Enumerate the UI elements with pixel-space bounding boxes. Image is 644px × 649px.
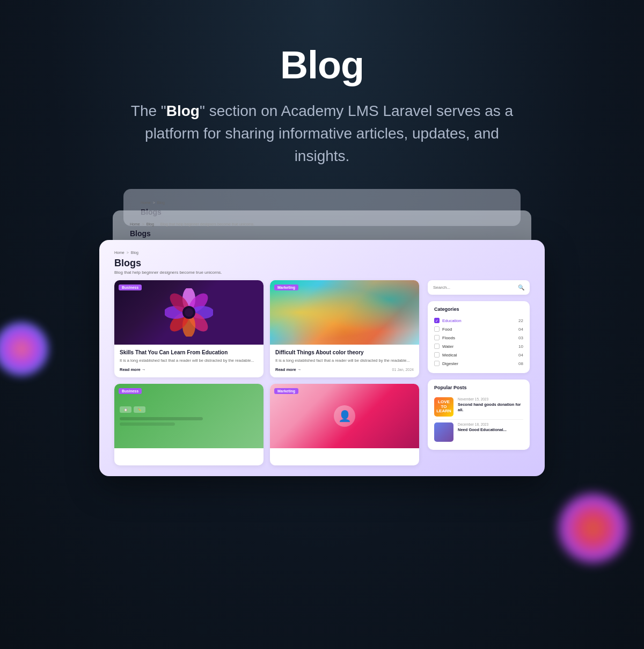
blog-cards-grid: Business Skills That You Can Learn From … <box>114 280 419 465</box>
card-1-body: Skills That You Can Learn From Education… <box>114 345 264 377</box>
flower-illustration <box>165 288 213 337</box>
card-1-image: Business <box>114 280 264 345</box>
popular-post-2-content: December 18, 2023 Need Good Educational.… <box>458 422 523 433</box>
person-avatar: 👤 <box>334 405 355 427</box>
search-icon: 🔍 <box>518 285 524 290</box>
card-2-footer: Read more → 01 Jan, 2024 <box>275 367 414 372</box>
blog-content-area: Business Skills That You Can Learn From … <box>114 280 530 465</box>
category-checkbox-education[interactable] <box>434 318 440 323</box>
back2-breadcrumb: Home > Blog <box>141 201 503 205</box>
hero-description: The "Blog" section on Academy LMS Larave… <box>118 100 526 167</box>
card-1-excerpt: It is a long established fact that a rea… <box>120 358 258 364</box>
category-name-digester: Digester <box>442 361 458 366</box>
breadcrumb-separator: > <box>127 251 129 254</box>
category-count-water: 10 <box>518 344 523 349</box>
card-3-title <box>120 453 258 458</box>
category-item-medical[interactable]: Medical 04 <box>434 351 523 359</box>
back-mockup-1-content: Home > Blog Blog that help beginner desi… <box>123 218 521 242</box>
category-count-food: 04 <box>518 327 523 332</box>
blog-card-4: 👤 Marketing <box>270 384 419 465</box>
card-4-title <box>275 453 414 458</box>
green-chip-1: 📋 <box>120 406 131 413</box>
back2-home: Home <box>141 201 151 205</box>
card-3-body <box>114 448 264 465</box>
breadcrumb-home: Home <box>114 251 125 254</box>
popular-post-1-thumb: LOVE TO LEARN <box>434 397 453 417</box>
category-checkbox-food[interactable] <box>434 326 440 332</box>
blog-sidebar: 🔍 Categories Education 22 <box>428 280 530 465</box>
popular-posts-section: Popular Posts LOVE TO LEARN November 15,… <box>428 380 530 450</box>
card-3-image: Business 📋 ✏️ <box>114 384 264 448</box>
category-checkbox-floods[interactable] <box>434 335 440 340</box>
popular-post-1-title: Second hand goods donation for all. <box>458 402 523 413</box>
popular-post-2-title: Need Good Educational... <box>458 427 523 433</box>
category-name-food: Food <box>442 327 452 332</box>
category-left-water: Water <box>434 344 453 349</box>
category-item-water[interactable]: Water 10 <box>434 342 523 351</box>
card-2-excerpt: It is a long established fact that a rea… <box>275 358 414 364</box>
back2-sep: > <box>153 201 155 205</box>
card-4-image: 👤 Marketing <box>270 384 419 448</box>
blogs-section-title: Blogs <box>114 258 530 269</box>
card-2-read-more[interactable]: Read more → <box>275 367 301 372</box>
category-left-medical: Medical <box>434 352 457 358</box>
popular-post-1-date: November 15, 2023 <box>458 397 523 401</box>
categories-section: Categories Education 22 Food 04 <box>428 301 530 373</box>
category-checkbox-medical[interactable] <box>434 352 440 358</box>
page-title: Blog <box>0 43 644 87</box>
category-item-education[interactable]: Education 22 <box>434 316 523 325</box>
orb-right-decoration <box>558 493 628 563</box>
category-count-education: 22 <box>518 318 523 323</box>
mockups-container: Home > Blog Blogs Home > Blog Blog that … <box>80 189 564 490</box>
card-1-footer: Read more → <box>120 367 258 372</box>
card-2-title: Difficult Things About color theory <box>275 349 414 356</box>
category-name-medical: Medical <box>442 353 457 358</box>
card-2-date: 01 Jan, 2024 <box>392 368 414 371</box>
green-bar-1 <box>120 417 203 420</box>
back1-blog: Blog <box>147 222 154 226</box>
back1-title: Blogs <box>130 229 514 238</box>
green-chip-2: ✏️ <box>134 406 145 413</box>
card-1-badge: Business <box>119 285 142 290</box>
category-left-food: Food <box>434 326 452 332</box>
category-item-floods[interactable]: Floods 03 <box>434 333 523 342</box>
back1-subtitle: Blog that help beginner designers become… <box>160 222 255 226</box>
back2-blog: Blog <box>157 201 165 205</box>
category-name-water: Water <box>442 344 453 349</box>
category-left-digester: Digester <box>434 361 458 366</box>
category-checkbox-water[interactable] <box>434 344 440 349</box>
breadcrumb: Home > Blog <box>114 251 530 254</box>
card-2-image: Marketing <box>270 280 419 345</box>
category-checkbox-digester[interactable] <box>434 361 440 366</box>
category-count-floods: 03 <box>518 336 523 340</box>
category-name-education: Education <box>442 318 462 323</box>
green-row-1: 📋 ✏️ <box>120 406 258 413</box>
green-card-items: 📋 ✏️ <box>114 401 264 431</box>
popular-posts-title: Popular Posts <box>434 385 523 390</box>
card-2-badge: Marketing <box>274 285 298 290</box>
search-box[interactable]: 🔍 <box>428 280 530 295</box>
green-bar-2 <box>120 422 175 426</box>
category-left-education: Education <box>434 318 462 323</box>
popular-post-1[interactable]: LOVE TO LEARN November 15, 2023 Second h… <box>434 395 523 420</box>
hero-desc-brand: Blog <box>166 103 200 119</box>
card-3-badge: Business <box>119 388 142 394</box>
card-1-title: Skills That You Can Learn From Education <box>120 349 258 356</box>
back1-sep: > <box>142 222 144 226</box>
category-item-digester[interactable]: Digester 08 <box>434 359 523 368</box>
categories-title: Categories <box>434 307 523 312</box>
popular-post-2[interactable]: December 18, 2023 Need Good Educational.… <box>434 420 523 444</box>
back1-breadcrumb: Home > Blog Blog that help beginner desi… <box>130 222 514 226</box>
back1-home: Home <box>130 222 140 226</box>
blogs-section-subtitle: Blog that help beginner designers become… <box>114 270 530 275</box>
category-left-floods: Floods <box>434 335 455 340</box>
popular-post-2-thumb <box>434 422 453 442</box>
card-4-badge: Marketing <box>274 388 298 394</box>
blog-card-1: Business Skills That You Can Learn From … <box>114 280 264 377</box>
card-1-read-more[interactable]: Read more → <box>120 367 145 372</box>
category-name-floods: Floods <box>442 336 455 340</box>
search-input[interactable] <box>433 285 515 290</box>
popular-post-2-date: December 18, 2023 <box>458 422 523 426</box>
category-item-food[interactable]: Food 04 <box>434 325 523 333</box>
hero-section: Blog The "Blog" section on Academy LMS L… <box>0 0 644 189</box>
